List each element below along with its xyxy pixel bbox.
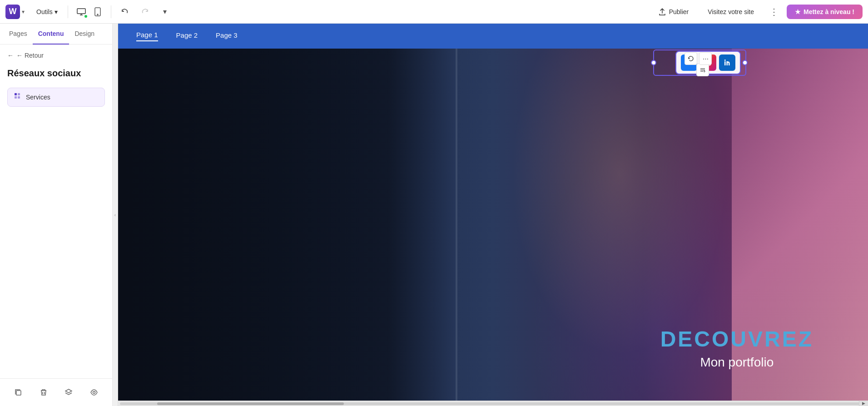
sidebar-section-title: Réseaux sociaux [7,68,105,79]
toolbar-divider-1 [68,5,68,18]
back-label: ← Retour [16,52,44,59]
canvas-area: Page 1 Page 2 Page 3 DECOU [118,24,868,406]
upgrade-star-icon: ★ [795,8,801,15]
services-item[interactable]: Services [7,88,105,107]
widget-refresh-button[interactable] [684,52,697,65]
sidebar-bottom-toolbar [0,378,112,406]
tab-pages[interactable]: Pages [4,24,33,45]
preview-navbar: Page 1 Page 2 Page 3 [118,24,868,49]
nav-link-page3[interactable]: Page 3 [216,31,238,41]
hero-section: DECOUVREZ Mon portfolio [118,49,868,406]
scrollbar-thumb [157,402,344,405]
publish-button[interactable]: Publier [651,5,696,19]
left-sidebar: Pages Contenu Design ← ← Retour Réseaux … [0,24,113,406]
website-preview: Page 1 Page 2 Page 3 DECOU [118,24,868,406]
sidebar-collapse-handle[interactable]: ‹ [113,24,118,406]
outils-menu-button[interactable]: Outils ▾ [32,6,62,18]
upgrade-label: Mettez à niveau ! [804,8,854,15]
svg-rect-7 [15,96,17,99]
svg-point-13 [93,391,95,394]
format-style-button[interactable] [696,64,709,76]
scroll-right-arrow[interactable]: ▶ [859,401,868,406]
hero-decouvrez-text: DECOUVREZ [660,327,813,352]
hero-text-block: DECOUVREZ Mon portfolio [660,327,813,370]
duplicate-button[interactable] [10,384,26,401]
logo-chevron-icon[interactable]: ▾ [22,9,25,15]
svg-rect-20 [724,61,726,65]
visibility-button[interactable] [86,384,102,401]
svg-point-21 [724,59,726,61]
mobile-device-button[interactable] [90,4,105,20]
back-arrow-icon: ← [7,52,14,59]
widget-controls: ⋯ [684,52,712,65]
outils-chevron-icon: ▾ [55,8,58,15]
hero-background: DECOUVREZ Mon portfolio [118,49,868,406]
layers-button[interactable] [60,384,77,401]
desktop-device-button[interactable] [74,4,89,20]
services-label: Services [26,94,50,101]
svg-point-4 [97,14,98,15]
nav-links: Page 1 Page 2 Page 3 [136,31,238,41]
sidebar-content: ← ← Retour Réseaux sociaux Services [0,45,112,378]
visit-site-button[interactable]: Visitez votre site [700,5,761,19]
sidebar-tabs: Pages Contenu Design [0,24,112,45]
back-link[interactable]: ← ← Retour [7,52,105,59]
device-selector [74,4,105,20]
tab-contenu[interactable]: Contenu [33,24,69,45]
app-logo[interactable]: W [5,5,20,19]
visit-label: Visitez votre site [708,8,754,15]
upgrade-button[interactable]: ★ Mettez à niveau ! [787,5,863,19]
nav-link-page1[interactable]: Page 1 [136,31,158,41]
svg-rect-9 [16,391,21,395]
redo-button[interactable] [137,4,153,20]
top-toolbar: W ▾ Outils ▾ [0,0,868,24]
nav-link-page2[interactable]: Page 2 [176,31,198,41]
active-indicator [84,15,87,18]
linkedin-button[interactable] [719,54,735,71]
hero-subtitle-text: Mon portfolio [700,355,774,369]
svg-rect-5 [15,93,17,95]
delete-button[interactable] [35,384,52,401]
logo-area: W ▾ [5,5,25,19]
svg-marker-12 [65,389,72,393]
toolbar-right: Publier Visitez votre site ⋮ ★ Mettez à … [651,4,863,20]
hero-divider [456,49,457,406]
more-chevron-icon: ▾ [163,7,167,16]
more-actions-button[interactable]: ▾ [157,4,173,20]
svg-rect-8 [18,96,20,99]
services-grid-icon [14,93,21,102]
outils-label: Outils [36,8,53,15]
widget-more-button[interactable]: ⋯ [699,52,712,65]
kebab-menu-button[interactable]: ⋮ [766,4,782,20]
scrollbar-track [120,402,866,405]
horizontal-scrollbar[interactable] [118,401,868,406]
toolbar-divider-2 [111,5,111,18]
tab-design[interactable]: Design [69,24,100,45]
main-layout: Pages Contenu Design ← ← Retour Réseaux … [0,24,868,406]
hero-left-overlay [118,49,456,406]
resize-handle-left[interactable] [651,60,656,65]
svg-rect-6 [18,93,20,95]
svg-rect-0 [77,9,85,14]
resize-handle-right[interactable] [742,60,748,65]
publish-label: Publier [669,8,689,15]
undo-button[interactable] [117,4,133,20]
